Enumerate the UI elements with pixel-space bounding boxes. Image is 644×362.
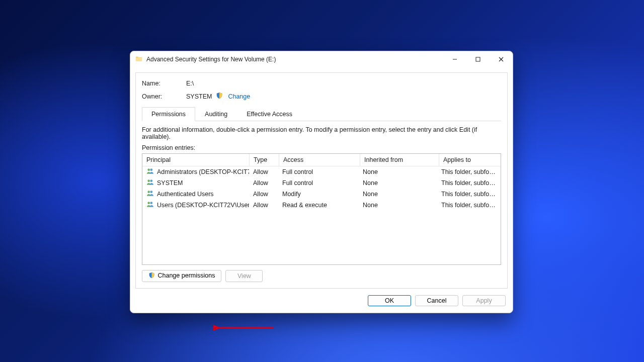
type-cell: Allow xyxy=(249,200,278,211)
table-row[interactable]: SYSTEMAllowFull controlNoneThis folder, … xyxy=(142,177,501,189)
principal-cell: Authenticated Users xyxy=(157,190,214,199)
advanced-security-window: Advanced Security Settings for New Volum… xyxy=(130,51,513,313)
type-cell: Allow xyxy=(249,177,278,189)
table-row[interactable]: Administrators (DESKTOP-KCIT7...AllowFul… xyxy=(142,166,501,177)
svg-point-8 xyxy=(147,191,150,193)
name-label: Name: xyxy=(142,80,186,87)
folder-icon xyxy=(135,55,142,64)
inherited-cell: None xyxy=(359,166,437,177)
column-type[interactable]: Type xyxy=(250,154,279,166)
apply-button[interactable]: Apply xyxy=(462,295,506,306)
column-access[interactable]: Access xyxy=(279,154,360,166)
svg-point-5 xyxy=(150,168,153,171)
minimize-button[interactable] xyxy=(443,51,466,67)
svg-point-11 xyxy=(150,202,153,204)
users-icon xyxy=(146,178,154,188)
column-applies[interactable]: Applies to xyxy=(439,154,501,166)
principal-cell: Users (DESKTOP-KCIT72V\Users) xyxy=(157,201,249,210)
maximize-button[interactable] xyxy=(466,51,490,67)
tab-permissions[interactable]: Permissions xyxy=(142,107,195,121)
owner-value: SYSTEM xyxy=(186,93,212,100)
permission-entries-list[interactable]: Principal Type Access Inherited from App… xyxy=(142,153,501,265)
tab-auditing[interactable]: Auditing xyxy=(195,107,237,121)
table-row[interactable]: Authenticated UsersAllowModifyNoneThis f… xyxy=(142,189,501,200)
shield-icon xyxy=(216,92,223,101)
ok-button[interactable]: OK xyxy=(368,295,411,306)
applies-cell: This folder, subfolders and files xyxy=(437,166,501,177)
tabstrip: Permissions Auditing Effective Access xyxy=(142,107,501,121)
owner-label: Owner: xyxy=(142,93,186,100)
users-icon xyxy=(146,201,154,210)
main-panel: Name: E:\ Owner: SYSTEM Change Permissio… xyxy=(135,72,508,289)
svg-point-4 xyxy=(147,168,150,171)
titlebar: Advanced Security Settings for New Volum… xyxy=(130,51,513,67)
list-header: Principal Type Access Inherited from App… xyxy=(142,154,501,166)
cancel-button[interactable]: Cancel xyxy=(415,295,458,306)
principal-cell: Administrators (DESKTOP-KCIT7... xyxy=(157,167,249,176)
svg-rect-1 xyxy=(476,57,480,61)
shield-icon xyxy=(148,272,155,280)
access-cell: Full control xyxy=(278,166,359,177)
access-cell: Full control xyxy=(278,177,359,189)
svg-point-10 xyxy=(147,202,150,204)
applies-cell: This folder, subfolders and files xyxy=(437,189,501,200)
inherited-cell: None xyxy=(359,177,437,189)
tab-effective-access[interactable]: Effective Access xyxy=(237,107,302,121)
access-cell: Modify xyxy=(278,189,359,200)
change-permissions-label: Change permissions xyxy=(157,272,215,279)
principal-cell: SYSTEM xyxy=(157,178,183,188)
applies-cell: This folder, subfolders and files xyxy=(437,177,501,189)
dialog-footer: OK Cancel Apply xyxy=(130,289,513,313)
entries-label: Permission entries: xyxy=(142,144,501,151)
window-title: Advanced Security Settings for New Volum… xyxy=(146,56,276,63)
view-button[interactable]: View xyxy=(225,270,263,282)
change-owner-link[interactable]: Change xyxy=(228,93,250,100)
svg-point-7 xyxy=(150,179,153,182)
users-icon xyxy=(146,190,154,199)
svg-point-9 xyxy=(150,191,153,193)
access-cell: Read & execute xyxy=(278,200,359,211)
inherited-cell: None xyxy=(359,200,437,211)
type-cell: Allow xyxy=(249,166,278,177)
column-inherited[interactable]: Inherited from xyxy=(360,154,439,166)
type-cell: Allow xyxy=(249,189,278,200)
name-value: E:\ xyxy=(186,80,194,87)
inherited-cell: None xyxy=(359,189,437,200)
close-button[interactable] xyxy=(490,51,513,67)
column-principal[interactable]: Principal xyxy=(142,154,250,166)
applies-cell: This folder, subfolders and files xyxy=(437,200,501,211)
svg-point-6 xyxy=(147,179,150,182)
description-text: For additional information, double-click… xyxy=(142,126,501,140)
change-permissions-button[interactable]: Change permissions xyxy=(142,270,221,282)
table-row[interactable]: Users (DESKTOP-KCIT72V\Users)AllowRead &… xyxy=(142,200,501,211)
users-icon xyxy=(146,167,154,176)
